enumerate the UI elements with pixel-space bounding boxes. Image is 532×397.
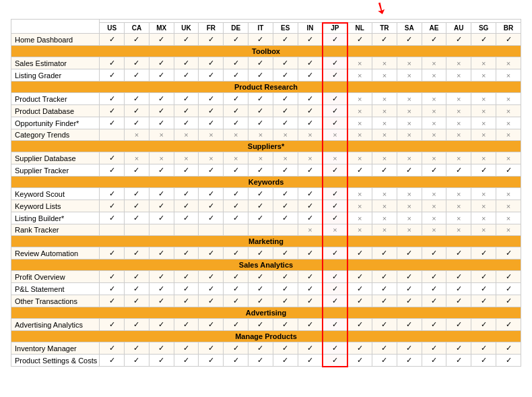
check-cell: ✓ (125, 283, 149, 295)
check-cell: ✓ (174, 283, 199, 295)
check-cell: ✓ (248, 34, 273, 46)
check-cell: ✓ (273, 69, 298, 82)
feature-label: Profit Overview (11, 271, 100, 283)
cross-cell: × (323, 152, 347, 164)
check-cell: ✓ (323, 283, 347, 295)
feature-label: Inventory Manager (11, 342, 100, 355)
check-cell: ✓ (273, 342, 298, 355)
check-cell: ✓ (323, 295, 347, 307)
cross-cell: × (496, 57, 521, 69)
check-cell: ✓ (174, 93, 199, 105)
cross-cell: × (397, 105, 422, 117)
check-cell: ✓ (422, 283, 446, 295)
col-header-it: IT (248, 23, 273, 34)
check-cell: ✓ (298, 355, 323, 367)
check-cell: ✓ (323, 200, 347, 212)
col-header-mx: MX (149, 23, 174, 34)
cross-cell: × (496, 200, 521, 212)
data-row-supplier-tracker: Supplier Tracker✓✓✓✓✓✓✓✓✓✓✓✓✓✓✓✓✓ (11, 164, 521, 177)
check-cell: ✓ (100, 188, 125, 200)
data-row-sales-estimator: Sales Estimator✓✓✓✓✓✓✓✓✓✓××××××× (11, 57, 521, 69)
cross-cell: × (446, 200, 471, 212)
feature-label: Product Settings & Costs (11, 355, 100, 367)
col-header-ca: CA (125, 23, 149, 34)
check-cell: ✓ (397, 34, 422, 46)
cross-cell: × (273, 152, 298, 164)
check-cell: ✓ (248, 57, 273, 69)
cross-cell: × (496, 212, 521, 224)
check-cell: ✓ (174, 105, 199, 117)
feature-label: Advertising Analytics (11, 319, 100, 331)
cross-cell: × (347, 224, 372, 236)
check-cell: ✓ (248, 200, 273, 212)
check-cell: ✓ (125, 164, 149, 177)
check-cell: ✓ (471, 319, 496, 331)
data-row-opportunity-finder: Opportunity Finder*✓✓✓✓✓✓✓✓✓✓××××××× (11, 117, 521, 129)
check-cell: ✓ (347, 283, 372, 295)
check-cell: ✓ (372, 283, 397, 295)
cross-cell: × (422, 200, 446, 212)
col-header-sg: SG (471, 23, 496, 34)
check-cell: ✓ (248, 271, 273, 283)
cross-cell: × (224, 129, 248, 141)
data-row-profit-overview: Profit Overview✓✓✓✓✓✓✓✓✓✓✓✓✓✓✓✓✓ (11, 271, 521, 283)
check-cell: ✓ (100, 117, 125, 129)
cross-cell: × (199, 152, 224, 164)
check-cell: ✓ (174, 188, 199, 200)
feature-label: Home Dashboard (11, 34, 100, 46)
col-header-ae: AE (422, 23, 446, 34)
cross-cell: × (397, 117, 422, 129)
cross-cell: × (397, 224, 422, 236)
data-row-listing-grader: Listing Grader✓✓✓✓✓✓✓✓✓✓××××××× (11, 69, 521, 82)
check-cell: ✓ (446, 34, 471, 46)
check-cell: ✓ (347, 355, 372, 367)
check-cell: ✓ (422, 271, 446, 283)
check-cell: ✓ (273, 271, 298, 283)
cross-cell: × (471, 117, 496, 129)
check-cell: ✓ (323, 188, 347, 200)
check-cell: ✓ (397, 283, 422, 295)
data-row-product-tracker: Product Tracker✓✓✓✓✓✓✓✓✓✓××××××× (11, 93, 521, 105)
check-cell: ✓ (273, 188, 298, 200)
cross-cell: × (422, 93, 446, 105)
check-cell: ✓ (298, 295, 323, 307)
check-cell: ✓ (100, 152, 125, 164)
data-row-home-dashboard: Home Dashboard✓✓✓✓✓✓✓✓✓✓✓✓✓✓✓✓✓ (11, 34, 521, 46)
check-cell: ✓ (298, 247, 323, 259)
cross-cell: × (496, 188, 521, 200)
check-cell: ✓ (199, 212, 224, 224)
check-cell: ✓ (496, 319, 521, 331)
cross-cell: × (199, 129, 224, 141)
check-cell: ✓ (496, 271, 521, 283)
cross-cell: × (347, 129, 372, 141)
cross-cell: × (422, 224, 446, 236)
check-cell: ✓ (100, 57, 125, 69)
check-cell: ✓ (149, 200, 174, 212)
check-cell: ✓ (496, 283, 521, 295)
check-cell: ✓ (125, 247, 149, 259)
check-cell: ✓ (471, 283, 496, 295)
check-cell: ✓ (273, 319, 298, 331)
section-row-sales-analytics: Sales Analytics (11, 259, 521, 271)
feature-label: Listing Builder* (11, 212, 100, 224)
check-cell: ✓ (446, 271, 471, 283)
check-cell: ✓ (298, 188, 323, 200)
data-row-rank-tracker: Rank Tracker××××××××× (11, 224, 521, 236)
col-header-sa: SA (397, 23, 422, 34)
check-cell: ✓ (298, 212, 323, 224)
cross-cell: × (471, 200, 496, 212)
check-cell: ✓ (125, 212, 149, 224)
check-cell: ✓ (323, 69, 347, 82)
check-cell: ✓ (199, 271, 224, 283)
check-cell: ✓ (174, 355, 199, 367)
check-cell: ✓ (224, 342, 248, 355)
check-cell: ✓ (149, 342, 174, 355)
feature-label: Keyword Scout (11, 188, 100, 200)
check-cell: ✓ (248, 105, 273, 117)
cross-cell: × (149, 129, 174, 141)
check-cell: ✓ (397, 355, 422, 367)
col-header-nl: NL (347, 23, 372, 34)
check-cell: ✓ (446, 319, 471, 331)
section-row-manage-products: Manage Products (11, 331, 521, 342)
check-cell: ✓ (298, 57, 323, 69)
